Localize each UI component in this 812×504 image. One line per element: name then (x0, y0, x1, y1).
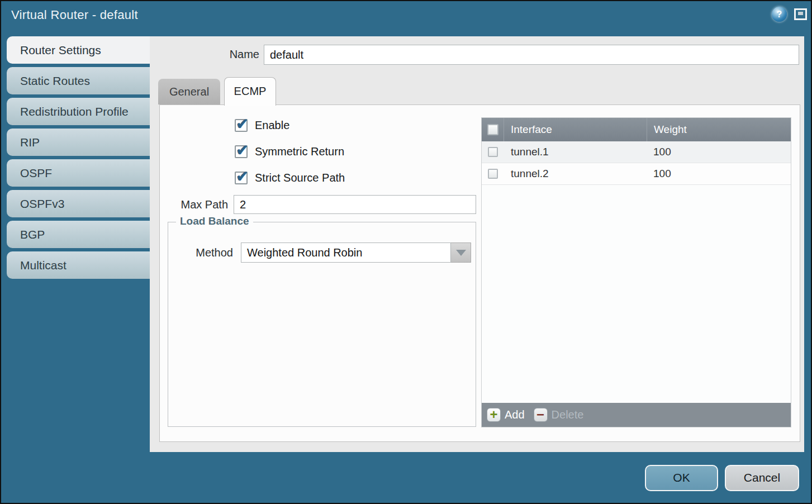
table-empty-area (482, 185, 791, 403)
tab-ecmp[interactable]: ECMP (224, 77, 276, 106)
table-toolbar: + Add − Delete (482, 403, 791, 427)
dialog-title: Virtual Router - default (11, 8, 138, 22)
sidebar-item-redistribution-profile[interactable]: Redistribution Profile (7, 98, 150, 125)
add-button[interactable]: + Add (487, 408, 525, 422)
method-dropdown[interactable]: Weighted Round Robin (241, 243, 471, 263)
delete-button-label: Delete (552, 408, 584, 421)
sidebar-item-label: Multicast (20, 259, 67, 272)
cell-weight[interactable]: 100 (647, 141, 791, 163)
table-row-tunnel-2[interactable]: tunnel.2 100 (482, 163, 791, 185)
checkbox[interactable] (235, 119, 248, 132)
header-checkbox-cell (482, 118, 504, 141)
minus-icon: − (534, 408, 548, 422)
sidebar-item-ospf[interactable]: OSPF (7, 159, 150, 187)
ecmp-tab-content: Enable Symmetric Return Strict Source Pa… (159, 104, 800, 442)
name-field-label: Name (180, 48, 259, 61)
load-balance-title: Load Balance (176, 215, 253, 227)
sidebar: Router Settings Static Routes Redistribu… (7, 36, 150, 279)
column-header-interface[interactable]: Interface (504, 118, 647, 141)
method-dropdown-value[interactable]: Weighted Round Robin (241, 243, 451, 263)
max-path-label: Max Path (169, 195, 228, 214)
sidebar-item-label: RIP (20, 136, 40, 149)
sidebar-item-label: OSPF (20, 167, 52, 179)
table-row-tunnel-1[interactable]: tunnel.1 100 (482, 141, 791, 163)
sidebar-item-label: BGP (20, 228, 45, 241)
cell-interface[interactable]: tunnel.1 (504, 141, 647, 163)
select-all-checkbox[interactable] (487, 124, 498, 135)
sidebar-item-static-routes[interactable]: Static Routes (7, 67, 150, 94)
checkbox-label: Strict Source Path (255, 172, 345, 184)
add-button-label: Add (505, 408, 525, 421)
chevron-down-icon (456, 250, 466, 256)
row-checkbox-cell (482, 141, 504, 163)
sidebar-item-ospfv3[interactable]: OSPFv3 (7, 190, 150, 217)
checkbox-row-symmetric-return: Symmetric Return (235, 145, 345, 159)
tab-general[interactable]: General (158, 79, 220, 104)
window-restore-icon[interactable] (794, 8, 807, 20)
table-rows: tunnel.1 100 tunnel.2 100 (482, 141, 791, 185)
cell-weight[interactable]: 100 (647, 163, 791, 184)
cancel-button[interactable]: Cancel (725, 465, 799, 491)
max-path-input[interactable] (234, 195, 476, 214)
checkbox-row-enable: Enable (235, 119, 345, 132)
delete-button[interactable]: − Delete (525, 408, 584, 422)
sidebar-item-label: OSPFv3 (20, 197, 64, 210)
method-label: Method (179, 243, 233, 263)
row-checkbox[interactable] (488, 169, 498, 179)
checkbox-label: Enable (255, 119, 289, 131)
row-checkbox-cell (482, 163, 504, 184)
sidebar-item-label: Redistribution Profile (20, 105, 129, 118)
interface-table: Interface Weight tunnel.1 100 tun (481, 117, 791, 427)
table-header: Interface Weight (482, 118, 791, 141)
checkbox-label: Symmetric Return (255, 145, 344, 158)
name-input[interactable] (264, 45, 799, 65)
ok-button[interactable]: OK (645, 465, 718, 491)
cell-interface[interactable]: tunnel.2 (504, 163, 647, 184)
plus-icon: + (487, 408, 501, 422)
checkbox[interactable] (235, 145, 248, 158)
sidebar-item-rip[interactable]: RIP (7, 129, 150, 156)
sidebar-item-label: Router Settings (20, 44, 101, 56)
row-checkbox[interactable] (488, 147, 498, 157)
checkbox[interactable] (235, 172, 248, 184)
checkbox-row-strict-source-path: Strict Source Path (235, 172, 345, 185)
column-header-weight[interactable]: Weight (647, 118, 791, 141)
sidebar-item-multicast[interactable]: Multicast (7, 251, 150, 279)
virtual-router-dialog: Virtual Router - default ? Router Settin… (0, 0, 812, 504)
load-balance-group: Load Balance Method Weighted Round Robin (168, 222, 476, 427)
sidebar-item-router-settings[interactable]: Router Settings (7, 36, 150, 64)
dropdown-button[interactable] (451, 243, 471, 263)
sidebar-item-label: Static Routes (20, 74, 90, 87)
window-restore-glyph (798, 12, 803, 15)
ecmp-checkbox-list: Enable Symmetric Return Strict Source Pa… (235, 119, 345, 198)
sidebar-item-bgp[interactable]: BGP (7, 221, 150, 248)
help-icon[interactable]: ? (772, 7, 787, 22)
